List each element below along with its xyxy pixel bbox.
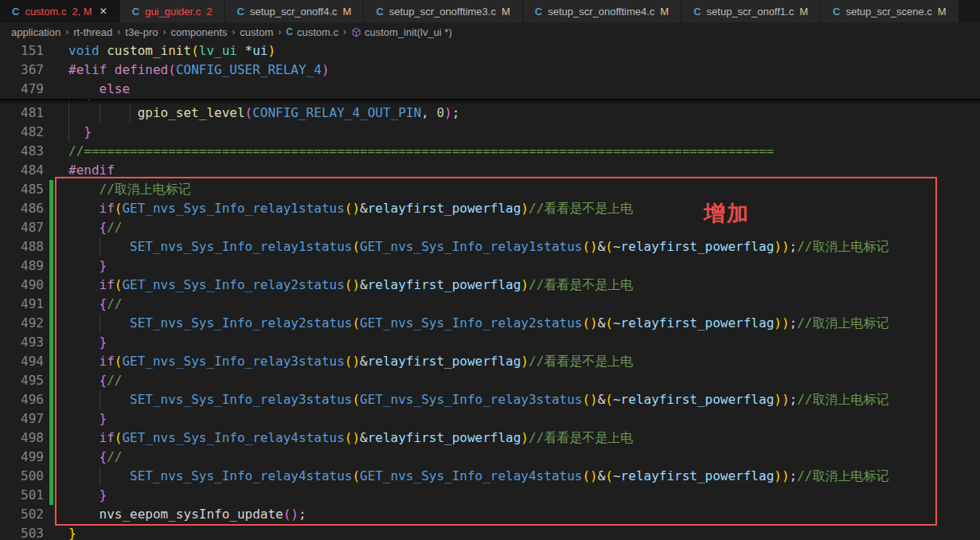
code-text: //取消上电标记 — [100, 180, 191, 199]
code-line[interactable]: 501} — [0, 486, 980, 505]
code-line[interactable]: 503} — [0, 524, 980, 540]
code-line[interactable]: 499{// — [0, 448, 980, 467]
line-number[interactable]: 494 — [0, 352, 44, 371]
code-line[interactable]: 486if(GET_nvs_Sys_Info_relay1status()&re… — [0, 199, 980, 218]
line-number[interactable]: 500 — [0, 467, 44, 486]
code-text: } — [100, 409, 107, 428]
c-file-icon: C — [286, 26, 293, 37]
line-number[interactable]: 487 — [0, 218, 44, 237]
code-line[interactable]: 489} — [0, 256, 980, 276]
line-number[interactable]: 485 — [0, 180, 44, 199]
breadcrumb-label: rt-thread — [73, 26, 112, 38]
code-line[interactable]: 151void custom_init(lv_ui *ui) — [0, 41, 980, 61]
line-number[interactable]: 493 — [0, 333, 44, 352]
breadcrumb-item[interactable]: custom — [240, 26, 273, 38]
code-text: //======================================… — [68, 142, 774, 161]
code-text: if(GET_nvs_Sys_Info_relay4status()&relay… — [100, 428, 634, 448]
breadcrumb-label: custom_init(lv_ui *) — [365, 26, 452, 38]
code-text: {// — [100, 218, 123, 237]
line-number[interactable]: 490 — [0, 276, 44, 295]
gutter-added-marker — [49, 237, 53, 256]
line-number[interactable]: 503 — [0, 524, 44, 540]
code-line[interactable]: 491{// — [0, 295, 980, 314]
gutter-added-marker — [49, 295, 53, 314]
code-line[interactable]: 487{// — [0, 218, 980, 237]
line-number[interactable]: 489 — [0, 256, 44, 276]
line-number[interactable]: 367 — [0, 61, 44, 80]
code-line[interactable]: 485//取消上电标记 — [0, 180, 980, 199]
breadcrumb-separator-icon: › — [65, 26, 68, 37]
breadcrumb-item[interactable]: t3e-pro — [125, 26, 158, 38]
tab-label: setup_scr_onofftime3.c — [389, 6, 496, 18]
tab-label: setup_scr_scene.c — [845, 6, 931, 18]
code-line[interactable]: 482} — [0, 123, 980, 142]
line-number[interactable]: 484 — [0, 161, 44, 180]
code-line[interactable]: 479else — [0, 80, 980, 99]
tab-badge: M — [502, 6, 510, 18]
indent-guide — [100, 467, 100, 486]
tab-setup_scr_scene.c[interactable]: Csetup_scr_scene.cM — [821, 0, 959, 22]
line-number[interactable]: 488 — [0, 237, 44, 256]
breadcrumb-item[interactable]: Ccustom.c — [286, 26, 338, 38]
code-text: {// — [100, 295, 123, 314]
breadcrumb-item[interactable]: application — [11, 26, 61, 38]
code-line[interactable]: 484#endif — [0, 161, 980, 180]
line-number[interactable]: 479 — [0, 80, 44, 99]
code-line[interactable]: 493} — [0, 333, 980, 352]
code-text: } — [84, 123, 92, 142]
line-number[interactable]: 482 — [0, 123, 44, 142]
close-icon[interactable]: ✕ — [100, 6, 107, 17]
code-line[interactable]: 492SET_nvs_Sys_Info_relay2status(GET_nvs… — [0, 314, 980, 333]
tab-custom.c[interactable]: Ccustom.c2, M✕ — [0, 0, 119, 22]
line-number[interactable]: 481 — [0, 104, 44, 123]
code-line[interactable]: 502nvs_eepom_sysInfo_update(); — [0, 505, 980, 524]
code-line[interactable]: 490if(GET_nvs_Sys_Info_relay2status()&re… — [0, 276, 980, 295]
gutter-added-marker — [49, 467, 53, 486]
line-number[interactable]: 495 — [0, 371, 44, 390]
line-number[interactable]: 492 — [0, 314, 44, 333]
line-number[interactable]: 151 — [0, 41, 44, 61]
code-line[interactable]: 500SET_nvs_Sys_Info_relay4status(GET_nvs… — [0, 467, 980, 486]
tab-badge: 2, M — [72, 6, 92, 18]
code-text: if(GET_nvs_Sys_Info_relay1status()&relay… — [100, 199, 634, 218]
code-line[interactable]: 495{// — [0, 371, 980, 390]
line-number[interactable]: 499 — [0, 448, 44, 467]
tab-setup_scr_onofftime3.c[interactable]: Csetup_scr_onofftime3.cM — [364, 0, 521, 22]
code-line[interactable]: 497} — [0, 409, 980, 428]
code-text: else — [100, 80, 131, 99]
code-editor[interactable]: 480{//481gpio_set_level(CONFIG_RELAY_4_O… — [0, 41, 980, 540]
indent-guide — [100, 104, 100, 123]
breadcrumb-item[interactable]: components — [171, 26, 228, 38]
line-number[interactable]: 486 — [0, 199, 44, 218]
gutter-added-marker — [49, 333, 53, 352]
breadcrumb-separator-icon: › — [343, 26, 346, 37]
breadcrumb-item[interactable]: rt-thread — [73, 26, 112, 38]
gutter-added-marker — [49, 199, 53, 218]
gutter-added-marker — [49, 314, 53, 333]
line-number[interactable]: 483 — [0, 142, 44, 161]
code-text: void custom_init(lv_ui *ui) — [68, 41, 275, 61]
c-file-icon: C — [693, 6, 701, 18]
line-number[interactable]: 502 — [0, 505, 44, 524]
line-number[interactable]: 496 — [0, 390, 44, 409]
line-number[interactable]: 501 — [0, 486, 44, 505]
tab-setup_scr_onoff4.c[interactable]: Csetup_scr_onoff4.cM — [225, 0, 364, 22]
gutter-added-marker — [49, 448, 53, 467]
code-line[interactable]: 488SET_nvs_Sys_Info_relay1status(GET_nvs… — [0, 237, 980, 256]
breadcrumb-item[interactable]: custom_init(lv_ui *) — [351, 26, 452, 38]
line-number[interactable]: 497 — [0, 409, 44, 428]
tab-gui_guider.c[interactable]: Cgui_guider.c2 — [120, 0, 225, 22]
line-number[interactable]: 491 — [0, 295, 44, 314]
code-line[interactable]: 481gpio_set_level(CONFIG_RELAY_4_OUT_PIN… — [0, 104, 980, 123]
breadcrumb-separator-icon: › — [232, 26, 235, 37]
tab-setup_scr_onofftime4.c[interactable]: Csetup_scr_onofftime4.cM — [523, 0, 681, 22]
code-line[interactable]: 494if(GET_nvs_Sys_Info_relay3status()&re… — [0, 352, 980, 371]
line-number[interactable]: 498 — [0, 428, 44, 448]
tab-label: custom.c — [25, 6, 66, 18]
tab-setup_scr_onoff1.c[interactable]: Csetup_scr_onoff1.cM — [681, 0, 820, 22]
code-line[interactable]: 498if(GET_nvs_Sys_Info_relay4status()&re… — [0, 428, 980, 448]
code-line[interactable]: 496SET_nvs_Sys_Info_relay3status(GET_nvs… — [0, 390, 980, 409]
code-line[interactable]: 367#elif defined(CONFIG_USER_RELAY_4) — [0, 61, 980, 80]
code-line[interactable]: 483//===================================… — [0, 142, 980, 161]
indent-guide — [100, 390, 100, 409]
